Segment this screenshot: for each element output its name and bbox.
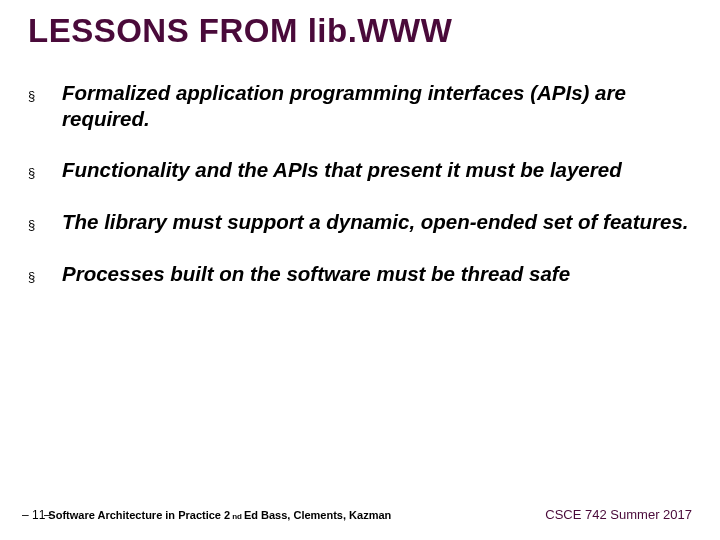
page-number-prefix: – 11 bbox=[22, 508, 45, 522]
list-item: § Functionality and the APIs that presen… bbox=[28, 157, 690, 183]
bullet-icon: § bbox=[28, 217, 36, 232]
footer-left: – 11 Software Architecture in Practice 2… bbox=[22, 508, 391, 522]
slide: LESSONS FROM lib.WWW § Formalized applic… bbox=[0, 0, 720, 540]
footer-course: CSCE 742 Summer 2017 bbox=[545, 507, 692, 522]
bullet-icon: § bbox=[28, 88, 36, 103]
bullet-icon: § bbox=[28, 165, 36, 180]
list-item: § Processes built on the software must b… bbox=[28, 261, 690, 287]
bullet-icon: § bbox=[28, 269, 36, 284]
slide-title: LESSONS FROM lib.WWW bbox=[28, 12, 700, 50]
list-item: § Formalized application programming int… bbox=[28, 80, 690, 131]
list-item: § The library must support a dynamic, op… bbox=[28, 209, 690, 235]
bullet-text: Processes built on the software must be … bbox=[62, 261, 570, 287]
bullet-text: Functionality and the APIs that present … bbox=[62, 157, 622, 183]
book-ref-super: nd bbox=[232, 512, 242, 521]
book-ref-part2: Ed Bass, Clements, Kazman bbox=[244, 509, 391, 521]
bullet-text: The library must support a dynamic, open… bbox=[62, 209, 689, 235]
bullet-list: § Formalized application programming int… bbox=[28, 80, 690, 312]
book-ref-part1: Software Architecture in Practice 2 bbox=[48, 509, 230, 521]
bullet-text: Formalized application programming inter… bbox=[62, 80, 690, 131]
page-number-suffix: – bbox=[44, 508, 51, 522]
